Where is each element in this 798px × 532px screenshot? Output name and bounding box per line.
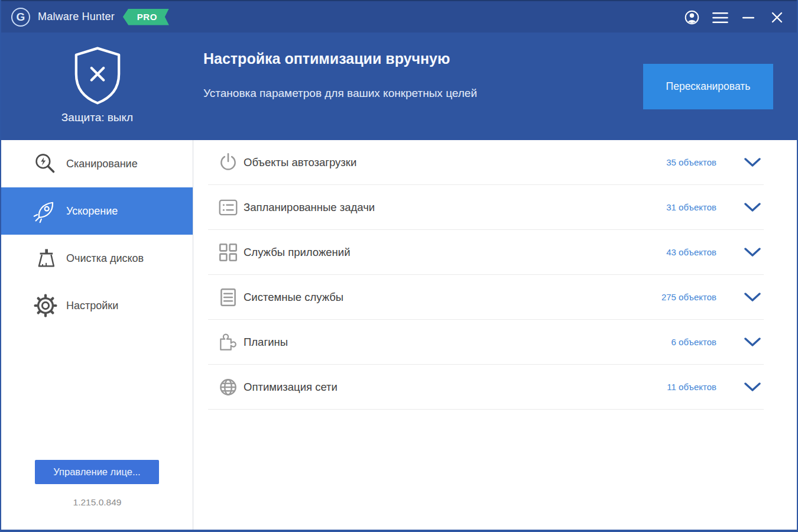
sidebar: Сканирование Ускорение xyxy=(1,140,193,530)
optimization-list: Объекты автозагрузки 35 объектов За xyxy=(194,140,797,530)
network-globe-icon xyxy=(216,375,240,399)
settings-gear-icon xyxy=(32,292,59,319)
row-divider xyxy=(208,409,764,410)
rocket-icon xyxy=(32,197,59,225)
list-item-label: Оптимизация сети xyxy=(244,381,338,394)
list-item-network-optimization[interactable]: Оптимизация сети 11 объектов xyxy=(194,365,797,409)
shield-off-icon xyxy=(72,46,124,106)
rescan-button[interactable]: Пересканировать xyxy=(643,64,773,109)
objects-count-link[interactable]: 275 объектов xyxy=(640,292,716,302)
list-item-system-services[interactable]: Системные службы 275 объектов xyxy=(194,275,797,319)
sidebar-item-label: Сканирование xyxy=(66,158,138,170)
app-services-grid-icon xyxy=(216,241,240,264)
list-item-startup-objects[interactable]: Объекты автозагрузки 35 объектов xyxy=(194,140,797,184)
page-title: Настройка оптимизации вручную xyxy=(203,50,450,67)
objects-count-link[interactable]: 6 объектов xyxy=(640,337,716,347)
objects-count-link[interactable]: 35 объектов xyxy=(640,157,716,167)
list-item-label: Объекты автозагрузки xyxy=(244,156,356,169)
list-item-plugins[interactable]: Плагины 6 объектов xyxy=(194,320,797,364)
sidebar-item-label: Ускорение xyxy=(66,205,118,218)
protection-status: Защита: выкл xyxy=(61,111,133,124)
page-subtitle: Установка параметров для ваших конкретны… xyxy=(203,87,477,100)
sidebar-item-settings[interactable]: Настройки xyxy=(1,282,193,329)
app-window: G Malware Hunter PRO xyxy=(0,0,798,532)
app-version: 1.215.0.849 xyxy=(1,497,193,508)
scheduled-tasks-icon xyxy=(216,196,240,219)
menu-icon[interactable] xyxy=(708,6,732,30)
disk-cleanup-icon xyxy=(32,245,59,272)
list-item-app-services[interactable]: Службы приложений 43 объектов xyxy=(194,230,797,274)
sidebar-item-label: Настройки xyxy=(66,300,118,312)
header: Защита: выкл Настройка оптимизации вручн… xyxy=(1,33,797,140)
sidebar-item-boost[interactable]: Ускорение xyxy=(1,187,193,235)
objects-count-link[interactable]: 11 объектов xyxy=(640,382,716,392)
list-item-label: Службы приложений xyxy=(244,246,351,259)
list-item-label: Системные службы xyxy=(244,291,343,304)
pro-badge: PRO xyxy=(123,9,169,25)
list-item-label: Запланированные задачи xyxy=(244,201,375,214)
sidebar-item-label: Очистка дисков xyxy=(66,252,144,265)
chevron-down-icon[interactable] xyxy=(744,157,761,167)
chevron-down-icon[interactable] xyxy=(744,292,761,302)
license-management-button[interactable]: Управление лице... xyxy=(35,460,159,484)
app-logo-icon: G xyxy=(11,8,30,27)
plugins-puzzle-icon xyxy=(216,330,240,354)
sidebar-item-disk-cleanup[interactable]: Очистка дисков xyxy=(1,235,193,282)
system-services-doc-icon xyxy=(216,286,240,309)
objects-count-link[interactable]: 31 объектов xyxy=(640,202,716,212)
protection-block: Защита: выкл xyxy=(1,33,193,140)
chevron-down-icon[interactable] xyxy=(744,382,761,392)
scan-icon xyxy=(32,150,59,177)
app-title: Malware Hunter xyxy=(38,11,115,23)
chevron-down-icon[interactable] xyxy=(744,202,761,212)
objects-count-link[interactable]: 43 объектов xyxy=(640,247,716,257)
startup-power-icon xyxy=(216,151,240,174)
list-item-scheduled-tasks[interactable]: Запланированные задачи 31 объектов xyxy=(194,185,797,229)
sidebar-item-scan[interactable]: Сканирование xyxy=(1,140,193,187)
list-item-label: Плагины xyxy=(244,336,288,349)
title-bar: G Malware Hunter PRO xyxy=(1,0,797,33)
chevron-down-icon[interactable] xyxy=(744,247,761,257)
close-button[interactable] xyxy=(765,6,789,30)
account-icon[interactable] xyxy=(680,6,703,30)
minimize-button[interactable] xyxy=(737,6,760,30)
chevron-down-icon[interactable] xyxy=(744,337,761,347)
